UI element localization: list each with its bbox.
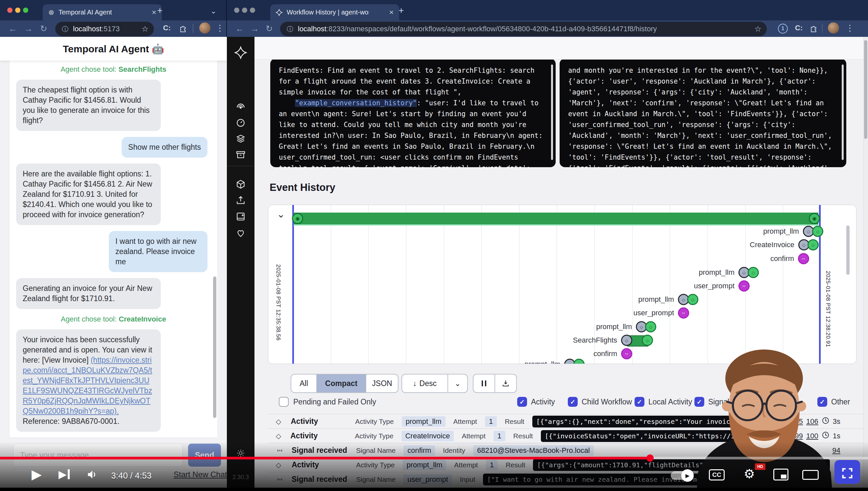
zoom-window-button[interactable]: [23, 7, 28, 13]
workflows-nav-icon[interactable]: [236, 102, 246, 112]
profile-avatar[interactable]: [828, 22, 839, 34]
tab-json[interactable]: JSON: [366, 375, 398, 392]
timeline-scrollbar[interactable]: [846, 225, 849, 275]
field-value: prompt_llm: [402, 416, 445, 427]
theater-mode-button[interactable]: [802, 470, 819, 480]
minimize-window-button[interactable]: [15, 7, 20, 13]
browser-menu-icon[interactable]: ⋮: [216, 23, 224, 33]
import-nav-icon[interactable]: [236, 195, 246, 205]
event-activity-end-icon[interactable]: ◇: [687, 294, 699, 305]
labs-cube-nav-icon[interactable]: [236, 179, 246, 190]
event-activity-end-icon[interactable]: ◇: [748, 267, 759, 278]
site-info-icon[interactable]: ⓘ: [62, 25, 68, 34]
event-signal-icon[interactable]: ••: [798, 253, 809, 264]
workflow-input-code-right[interactable]: and month you're interested in for the e…: [560, 59, 846, 167]
back-icon[interactable]: ←: [8, 24, 17, 34]
video-progress-remaining[interactable]: [654, 457, 868, 459]
back-icon[interactable]: ←: [236, 24, 244, 34]
tab-compact[interactable]: Compact: [317, 375, 366, 392]
event-signal-icon[interactable]: ••: [678, 307, 689, 319]
bookmark-star-icon[interactable]: ☆: [142, 24, 149, 34]
feedback-heart-nav-icon[interactable]: [236, 228, 246, 238]
workflow-input-code-left[interactable]: FindEvents: Find an event to travel to 2…: [270, 59, 556, 167]
bookmark-star-icon[interactable]: ☆: [754, 24, 762, 34]
type-checkbox-activity[interactable]: ✓: [517, 397, 527, 407]
tab-workflow-history[interactable]: Workflow History | agent-wor ✕: [270, 4, 399, 21]
onepassword-extension-icon[interactable]: 1: [778, 24, 788, 34]
temporal-favicon-icon: [276, 9, 283, 16]
miniplayer-button[interactable]: [773, 469, 788, 481]
schedules-nav-icon[interactable]: [236, 117, 246, 128]
event-activity-end-icon[interactable]: ◇: [812, 226, 823, 237]
settings-gear-icon[interactable]: ⚙: [744, 467, 755, 481]
chat-scrollbar[interactable]: [213, 277, 216, 418]
presenter-glasses-right: [766, 391, 796, 420]
forward-icon[interactable]: →: [24, 24, 33, 34]
event-signal-icon[interactable]: ••: [739, 280, 750, 292]
zoom-window-button-inactive[interactable]: [250, 7, 255, 13]
invoice-link[interactable]: (https://invoice.stripe.com/i/acct_1NBOL…: [23, 356, 152, 415]
type-checkbox-label: Local Activity: [648, 398, 692, 406]
code-scrollbar[interactable]: [842, 64, 844, 160]
video-progress-playhead[interactable]: [646, 455, 654, 462]
new-tab-button[interactable]: +: [157, 6, 162, 15]
autoplay-toggle[interactable]: ▶: [671, 471, 692, 480]
workflow-end-icon[interactable]: ◉: [809, 213, 820, 224]
event-activity-start-icon[interactable]: ◇: [621, 335, 632, 346]
event-activity-end-icon[interactable]: ◇: [807, 239, 819, 251]
video-progress-played[interactable]: [0, 457, 650, 459]
sort-desc-button[interactable]: ↓Desc: [402, 375, 448, 392]
event-signal-icon[interactable]: ••: [621, 348, 632, 359]
fullscreen-button[interactable]: [840, 467, 854, 480]
event-activity-end-icon[interactable]: ◇: [642, 335, 653, 346]
profile-avatar[interactable]: [199, 22, 210, 34]
archive-nav-icon[interactable]: [236, 149, 246, 160]
docs-nav-icon[interactable]: [236, 211, 246, 222]
browser-menu-icon[interactable]: ⋮: [846, 23, 854, 33]
tab-list-chevron-icon[interactable]: ⌄: [210, 7, 216, 16]
tool-choice-label: Agent chose tool: SearchFlights: [61, 65, 166, 74]
close-window-button[interactable]: [7, 7, 12, 13]
site-info-icon[interactable]: ⓘ: [287, 25, 293, 34]
reload-icon[interactable]: ↻: [40, 24, 48, 34]
pending-failed-checkbox[interactable]: [279, 397, 289, 407]
address-bar[interactable]: ⓘ localhost :5173 ☆: [55, 22, 154, 36]
type-checkbox-label: Child Workflow: [582, 398, 632, 406]
page-scrollbar-thumb[interactable]: [864, 40, 867, 139]
close-tab-icon[interactable]: ✕: [389, 9, 394, 16]
address-bar[interactable]: ⓘ localhost :8233/namespaces/default/wor…: [280, 22, 767, 36]
workflow-start-icon[interactable]: ◉: [292, 213, 303, 224]
workflow-execution-bar[interactable]: [293, 212, 818, 226]
temporal-logo-icon[interactable]: [234, 46, 247, 59]
tab-all[interactable]: All: [291, 375, 317, 392]
activity-diamond-icon: ◇: [276, 432, 282, 440]
code-scrollbar[interactable]: [551, 64, 553, 160]
event-activity-end-icon[interactable]: ◇: [574, 359, 585, 364]
close-tab-icon[interactable]: ✕: [152, 9, 156, 16]
next-button[interactable]: ▶: [59, 468, 70, 481]
clipper-extension-icon[interactable]: C:: [163, 24, 170, 32]
pause-button[interactable]: [473, 375, 495, 392]
captions-button[interactable]: CC: [709, 469, 725, 481]
volume-icon[interactable]: [86, 469, 99, 481]
new-tab-button[interactable]: +: [399, 6, 404, 15]
namespaces-nav-icon[interactable]: [236, 133, 246, 143]
type-checkbox-child-workflow[interactable]: ✓: [568, 397, 578, 407]
play-button[interactable]: ▶: [32, 467, 42, 482]
extensions-puzzle-icon[interactable]: [809, 24, 818, 33]
type-checkbox-local-activity[interactable]: ✓: [634, 397, 644, 407]
sort-chevron-button[interactable]: ⌄: [448, 375, 467, 392]
event-activity-end-icon[interactable]: ◇: [645, 321, 656, 333]
collapse-timeline-chevron-icon[interactable]: ⌄: [277, 208, 285, 220]
close-window-button-inactive[interactable]: [234, 7, 239, 13]
download-button[interactable]: [495, 375, 516, 392]
presenter-glasses-left: [733, 391, 763, 420]
result-label: Result: [513, 432, 533, 440]
event-label: confirm: [512, 349, 617, 358]
extensions-puzzle-icon[interactable]: [179, 24, 187, 33]
minimize-window-button-inactive[interactable]: [242, 7, 247, 13]
tab-temporal-ai-agent[interactable]: Temporal AI Agent ✕: [43, 4, 162, 21]
reload-icon[interactable]: ↻: [266, 24, 273, 34]
forward-icon[interactable]: →: [251, 24, 259, 34]
clipper-extension-icon[interactable]: C:: [795, 24, 803, 32]
